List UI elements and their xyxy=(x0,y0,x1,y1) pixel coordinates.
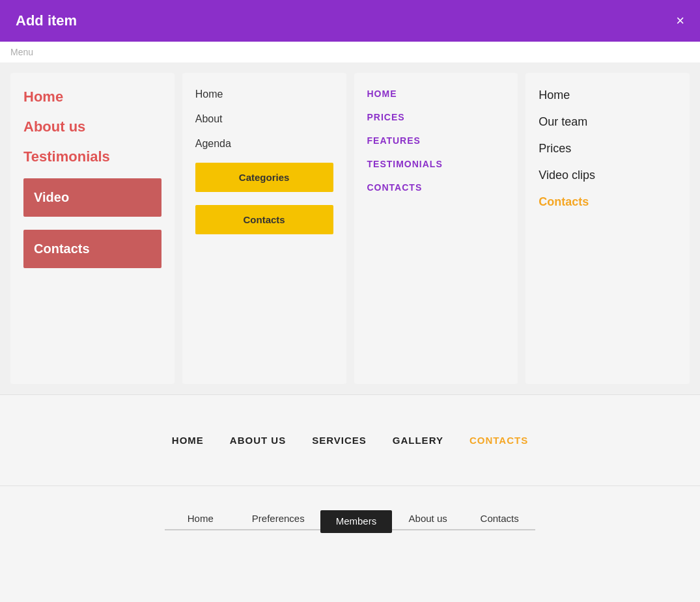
nav2-preferences[interactable]: Preferences xyxy=(236,513,320,530)
bottom-nav-bar-2: Home Preferences Members About us Contac… xyxy=(0,486,700,557)
nav2-contacts[interactable]: Contacts xyxy=(464,513,535,530)
nav2-home[interactable]: Home xyxy=(165,513,236,530)
card2-categories-button[interactable]: Categories xyxy=(195,163,333,192)
modal-title: Add item xyxy=(16,12,77,29)
card1-testimonials[interactable]: Testimonials xyxy=(23,148,161,165)
card1-contacts-button[interactable]: Contacts xyxy=(23,230,161,268)
card-3: HOME PRICES FEATURES TESTIMONIALS CONTAC… xyxy=(354,73,518,384)
close-button[interactable]: × xyxy=(676,14,684,28)
card1-video-button[interactable]: Video xyxy=(23,178,161,217)
card3-contacts[interactable]: CONTACTS xyxy=(367,182,505,193)
card3-prices[interactable]: PRICES xyxy=(367,112,505,122)
card4-prices[interactable]: Prices xyxy=(539,142,677,156)
cards-container: Home About us Testimonials Video Contact… xyxy=(0,62,700,394)
card3-testimonials[interactable]: TESTIMONIALS xyxy=(367,159,505,169)
card1-home[interactable]: Home xyxy=(23,89,161,105)
nav2-about-us[interactable]: About us xyxy=(392,513,464,530)
menu-label: Menu xyxy=(0,42,700,62)
bottom-nav-bar-1: HOME ABOUT US SERVICES GALLERY CONTACTS xyxy=(0,394,700,486)
card2-home[interactable]: Home xyxy=(195,89,333,100)
nav1-about-us[interactable]: ABOUT US xyxy=(230,435,286,446)
card2-about[interactable]: About xyxy=(195,113,333,125)
nav2-members[interactable]: Members xyxy=(320,510,393,533)
card2-agenda[interactable]: Agenda xyxy=(195,138,333,150)
card3-home[interactable]: HOME xyxy=(367,89,505,99)
nav1-home[interactable]: HOME xyxy=(172,435,204,446)
card2-contacts-button[interactable]: Contacts xyxy=(195,205,333,234)
nav1-gallery[interactable]: GALLERY xyxy=(393,435,443,446)
card3-features[interactable]: FEATURES xyxy=(367,135,505,146)
card1-about-us[interactable]: About us xyxy=(23,118,161,135)
card-4: Home Our team Prices Video clips Contact… xyxy=(525,73,690,384)
nav1-contacts[interactable]: CONTACTS xyxy=(469,435,528,446)
card4-video-clips[interactable]: Video clips xyxy=(539,169,677,182)
card4-home[interactable]: Home xyxy=(539,89,677,102)
card-2: Home About Agenda Categories Contacts xyxy=(182,73,346,384)
nav1-services[interactable]: SERVICES xyxy=(312,435,367,446)
card-1: Home About us Testimonials Video Contact… xyxy=(10,73,175,384)
card4-contacts[interactable]: Contacts xyxy=(539,195,677,209)
card4-our-team[interactable]: Our team xyxy=(539,115,677,129)
modal-header: Add item × xyxy=(0,0,700,42)
